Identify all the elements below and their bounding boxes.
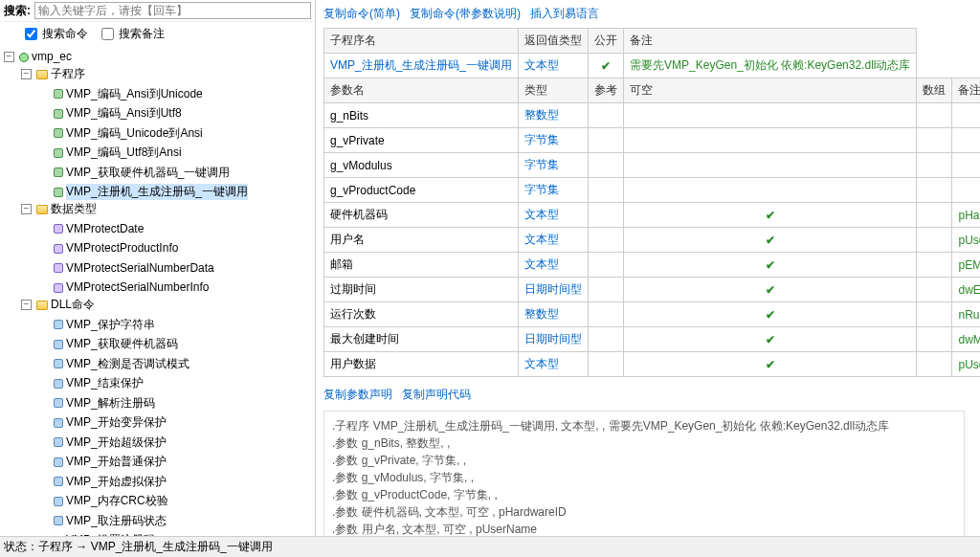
tree-item[interactable]: VMP_开始变异保护	[66, 414, 167, 431]
tree-group[interactable]: DLL命令	[51, 297, 95, 313]
param-type[interactable]: 文本型	[524, 357, 559, 370]
param-type[interactable]: 整数型	[524, 108, 559, 122]
param-remark: pHardwareID	[952, 203, 980, 228]
param-remark: nRunningTimeLimit	[952, 302, 980, 327]
expander-icon[interactable]: −	[21, 300, 32, 310]
param-name: 邮箱	[324, 253, 519, 278]
link-copy-decl-code[interactable]: 复制声明代码	[402, 387, 471, 403]
item-icon	[54, 359, 63, 368]
tree-item[interactable]: VMP_注册机_生成注册码_一键调用	[66, 184, 248, 200]
top-links: 复制命令(简单) 复制命令(带参数说明) 插入到易语言	[320, 0, 980, 28]
tree-root-label[interactable]: vmp_ec	[32, 49, 72, 65]
tree-item[interactable]: VMP_开始普通保护	[66, 454, 167, 470]
item-icon	[54, 418, 63, 428]
table-row: g_vProductCode字节集	[324, 178, 981, 203]
th-param-arr: 数组	[917, 78, 952, 103]
param-ref	[589, 278, 624, 302]
item-icon	[54, 340, 63, 349]
param-remark	[952, 103, 980, 128]
tree-item[interactable]: VMP_取注册码状态	[66, 513, 167, 529]
tree-item[interactable]: VMProtectSerialNumberInfo	[66, 279, 209, 296]
tree-item[interactable]: VMP_编码_Utf8到Ansi	[66, 145, 182, 161]
tree-item[interactable]: VMP_开始虚拟保护	[66, 474, 167, 490]
param-type[interactable]: 日期时间型	[524, 282, 582, 296]
th-param-ref: 参考	[589, 78, 624, 103]
tree-item[interactable]: VMP_开始超级保护	[66, 434, 167, 451]
param-ref	[589, 128, 624, 153]
th-proc-remark: 备注	[624, 29, 917, 54]
expander-icon[interactable]: −	[21, 69, 32, 79]
param-ref	[589, 178, 624, 203]
param-opt: ✔	[624, 203, 917, 228]
tree-item[interactable]: VMP_保护字符串	[66, 317, 155, 333]
tree-item[interactable]: VMP_解析注册码	[66, 395, 155, 412]
tree-item[interactable]: VMProtectProductInfo	[66, 240, 178, 256]
item-icon	[54, 89, 63, 99]
param-remark: pUserName	[952, 228, 980, 253]
param-type[interactable]: 字节集	[524, 158, 559, 171]
chk-search-remark[interactable]: 搜索备注	[98, 25, 165, 43]
link-copy-param-desc[interactable]: 复制参数声明	[323, 387, 392, 403]
tree-group[interactable]: 子程序	[51, 66, 85, 82]
proc-ret[interactable]: 文本型	[524, 58, 559, 72]
item-icon	[54, 320, 63, 329]
tree-item[interactable]: VMP_内存CRC校验	[66, 493, 168, 509]
tree-item[interactable]: VMP_获取硬件机器码_一键调用	[66, 165, 230, 181]
th-proc-ret: 返回值类型	[519, 29, 589, 54]
param-type[interactable]: 文本型	[524, 208, 559, 221]
param-arr	[917, 327, 952, 352]
proc-name[interactable]: VMP_注册机_生成注册码_一键调用	[330, 58, 512, 72]
param-name: 过期时间	[324, 278, 519, 302]
tree-item[interactable]: VMP_获取硬件机器码	[66, 336, 178, 352]
search-input[interactable]	[34, 2, 311, 19]
table-row: 邮箱文本型✔pEMail	[324, 253, 981, 278]
tree-item[interactable]: VMProtectSerialNumberData	[66, 260, 214, 277]
param-ref	[589, 153, 624, 178]
tree-item[interactable]: VMP_编码_Unicode到Ansi	[66, 125, 203, 142]
table-row: 用户名文本型✔pUserName	[324, 228, 981, 253]
tree-view[interactable]: −vmp_ec−子程序VMP_编码_Ansi到UnicodeVMP_编码_Ans…	[0, 46, 315, 557]
table-row: 过期时间日期时间型✔dwExpDate	[324, 278, 981, 302]
expander-icon[interactable]: −	[4, 52, 14, 62]
param-ref	[589, 302, 624, 327]
param-name: 运行次数	[324, 302, 519, 327]
table-row: g_vPrivate字节集	[324, 128, 981, 153]
param-type[interactable]: 文本型	[524, 257, 559, 271]
param-arr	[917, 203, 952, 228]
search-options: 搜索命令 搜索备注	[0, 22, 315, 46]
tree-item[interactable]: VMP_结束保护	[66, 375, 144, 391]
param-name: 用户数据	[324, 352, 519, 377]
table-row: 硬件机器码文本型✔pHardwareID	[324, 203, 981, 228]
param-arr	[917, 228, 952, 253]
param-arr	[917, 103, 952, 128]
table-row: g_nBits整数型	[324, 103, 981, 128]
param-remark	[952, 178, 980, 203]
param-type[interactable]: 文本型	[524, 233, 559, 246]
th-proc-name: 子程序名	[324, 29, 519, 54]
param-type[interactable]: 字节集	[524, 133, 559, 146]
chk-search-cmd[interactable]: 搜索命令	[21, 25, 88, 43]
param-type[interactable]: 字节集	[524, 183, 559, 196]
param-opt: ✔	[624, 352, 917, 377]
proc-row: VMP_注册机_生成注册码_一键调用 文本型 ✔ 需要先VMP_KeyGen_初…	[324, 54, 981, 78]
param-arr	[917, 153, 952, 178]
tree-item[interactable]: VMP_检测是否调试模式	[66, 356, 189, 372]
right-panel: 复制命令(简单) 复制命令(带参数说明) 插入到易语言 子程序名 返回值类型 公…	[316, 0, 980, 557]
tree-item[interactable]: VMP_编码_Ansi到Unicode	[66, 86, 203, 102]
expander-icon[interactable]: −	[21, 204, 32, 214]
param-type[interactable]: 日期时间型	[524, 332, 582, 345]
link-insert-ey[interactable]: 插入到易语言	[530, 6, 599, 22]
status-text: 状态：子程序 → VMP_注册机_生成注册码_一键调用	[4, 539, 273, 555]
tree-group[interactable]: 数据类型	[51, 201, 97, 217]
search-bar: 搜索:	[0, 0, 315, 22]
item-icon	[54, 283, 63, 293]
param-ref	[589, 253, 624, 278]
link-copy-param[interactable]: 复制命令(带参数说明)	[410, 6, 521, 22]
param-opt: ✔	[624, 253, 917, 278]
param-opt: ✔	[624, 327, 917, 352]
param-remark: dwExpDate	[952, 278, 980, 302]
link-copy-simple[interactable]: 复制命令(简单)	[323, 6, 400, 22]
param-type[interactable]: 整数型	[524, 307, 559, 321]
tree-item[interactable]: VMP_编码_Ansi到Utf8	[66, 105, 182, 122]
tree-item[interactable]: VMProtectDate	[66, 221, 144, 237]
